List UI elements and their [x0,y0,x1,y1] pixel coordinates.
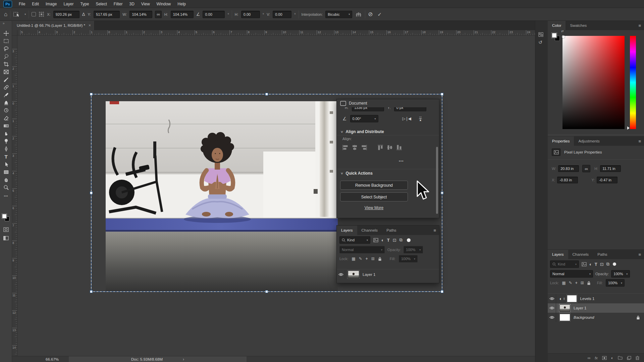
quick-actions-header[interactable]: ∨Quick Actions [341,171,373,176]
layer-row-levels1[interactable]: ◐ ∞ Levels 1 [548,294,644,303]
filter-shape-layers-icon[interactable]: ⊡ [393,238,396,243]
ruler-vertical[interactable]: 32101234567891011121314 [12,36,17,356]
add-adjustment-layer-icon[interactable]: ◐ [611,356,613,360]
menu-file[interactable]: File [15,0,29,8]
rotation-angle-dropdown[interactable]: 0.00°▾ [350,115,378,122]
tab-channels[interactable]: Channels [357,226,382,235]
menu-layer[interactable]: Layer [60,0,77,8]
layer-visibility-eye-icon[interactable] [548,306,556,310]
blend-mode-dropdown[interactable]: Normal▾ [550,270,593,278]
foreground-background-swatches[interactable] [2,214,10,222]
reference-point-grid-icon[interactable] [39,11,44,17]
tool-path-selection[interactable] [2,161,10,168]
layer-visibility-eye-icon[interactable] [337,273,345,276]
hue-slider-marker[interactable] [627,126,630,130]
layer-filter-kind-dropdown[interactable]: Kind▾ [550,260,579,268]
opacity-dropdown[interactable]: 100%▾ [611,270,630,278]
warp-mode-icon[interactable] [355,11,362,17]
tool-move[interactable] [2,29,10,37]
lock-all-icon[interactable] [378,257,382,261]
tool-history-brush[interactable] [2,107,10,114]
lock-position-icon[interactable]: + [575,281,578,285]
tab-channels[interactable]: Channels [568,250,593,259]
color-saturation-brightness-field[interactable] [562,36,625,129]
doc-y-field[interactable]: 0 px [394,107,426,111]
filter-smart-objects-icon[interactable]: ⧉ [399,237,402,243]
select-subject-button[interactable]: Select Subject [340,192,408,201]
layer-visibility-eye-icon[interactable] [548,316,556,319]
menu-type[interactable]: Type [77,0,92,8]
align-top-icon[interactable] [377,144,384,151]
home-icon[interactable]: ⌂ [4,11,7,18]
edit-toolbar-ellipsis[interactable]: ••• [2,192,10,200]
view-more-link[interactable]: View More [340,205,408,210]
tool-type[interactable]: T [2,153,10,160]
link-dimensions-icon[interactable]: ∞ [582,165,590,172]
layer-width-field[interactable]: 20.83 in [558,165,579,172]
tool-dodge[interactable] [2,137,10,145]
panel-menu-icon[interactable]: ≡ [635,250,644,259]
tool-lasso[interactable] [2,45,10,52]
menu-view[interactable]: View [138,0,153,8]
dock-history-icon[interactable]: ↺ [538,40,542,45]
panel-menu-icon[interactable]: ≡ [430,226,439,235]
panel-scrollbar[interactable] [436,147,438,214]
layer-row-background[interactable]: Background [548,313,644,322]
menu-filter[interactable]: Filter [110,0,126,8]
link-layers-icon[interactable]: ∞ [588,356,591,360]
layer-row-layer1[interactable]: Layer 1 [337,270,439,279]
layer-visibility-eye-icon[interactable] [548,297,556,300]
layer-x-field[interactable]: -0.83 in [557,177,578,183]
ruler-corner[interactable] [12,30,17,36]
filter-shape-layers-icon[interactable]: ⊡ [600,262,604,267]
lock-artboard-icon[interactable]: ⊞ [371,256,375,261]
lock-paint-icon[interactable]: ✎ [569,281,572,285]
layer-thumbnail[interactable] [348,270,359,279]
layer-name[interactable]: Levels 1 [580,297,595,301]
lock-paint-icon[interactable]: ✎ [359,256,362,261]
cancel-transform-icon[interactable]: ⊘ [368,11,373,18]
tab-layers[interactable]: Layers [337,226,357,235]
document-info[interactable]: Doc: 5.93M/8.68M › [69,356,247,362]
panel-menu-icon[interactable]: ≡ [635,136,644,146]
filter-pixel-layers-icon[interactable] [373,238,378,242]
layer-y-field[interactable]: -0.47 in [597,177,618,183]
doc-height-field[interactable]: 1336 px [352,107,384,111]
tab-paths[interactable]: Paths [382,226,400,235]
layer-row-layer1-selected[interactable]: Layer 1 [548,303,644,313]
tool-hand[interactable] [2,176,10,183]
remove-background-button[interactable]: Remove Background [340,181,408,190]
align-left-icon[interactable] [342,144,349,151]
chevron-down-icon[interactable]: ▾ [24,13,26,16]
expand-toolbar-icon[interactable]: » [3,21,5,25]
menu-window[interactable]: Window [153,0,174,8]
menu-edit[interactable]: Edit [29,0,42,8]
ruler-horizontal[interactable]: 5432101234567891011121314151617181920212… [17,30,535,36]
layer-thumbnail[interactable] [559,314,570,321]
tool-brush[interactable] [2,91,10,99]
h-skew-field[interactable]: 0.00 [241,11,260,18]
tool-zoom[interactable] [2,184,10,191]
lock-position-icon[interactable]: + [366,256,368,261]
add-layer-mask-icon[interactable] [602,356,607,360]
menu-help[interactable]: Help [174,0,189,8]
tool-gradient[interactable] [2,122,10,129]
tool-eyedropper[interactable] [2,76,10,83]
tool-frame[interactable] [2,68,10,75]
filter-type-layers-icon[interactable]: T [595,262,597,267]
tool-clone-stamp[interactable] [2,99,10,106]
filter-smart-objects-icon[interactable]: ⧉ [606,261,609,267]
delete-layer-trash-icon[interactable] [636,356,639,360]
rotation-field[interactable]: 0.00 [203,11,225,18]
align-middle-vertical-icon[interactable] [386,144,393,151]
filter-toggle-icon[interactable] [407,238,411,242]
color-picker-cursor[interactable] [562,35,565,38]
x-position-field[interactable]: 920.26 px [53,11,79,18]
flip-horizontal-icon[interactable]: ▷❘◀ [402,116,411,121]
tab-paths[interactable]: Paths [593,250,611,259]
foreground-color-swatch[interactable] [552,33,557,38]
layer-filter-kind-dropdown[interactable]: Kind▾ [339,236,370,244]
tab-swatches[interactable]: Swatches [566,21,591,30]
y-position-field[interactable]: 517.65 px [94,11,120,18]
layer-name[interactable]: Layer 1 [363,273,375,277]
